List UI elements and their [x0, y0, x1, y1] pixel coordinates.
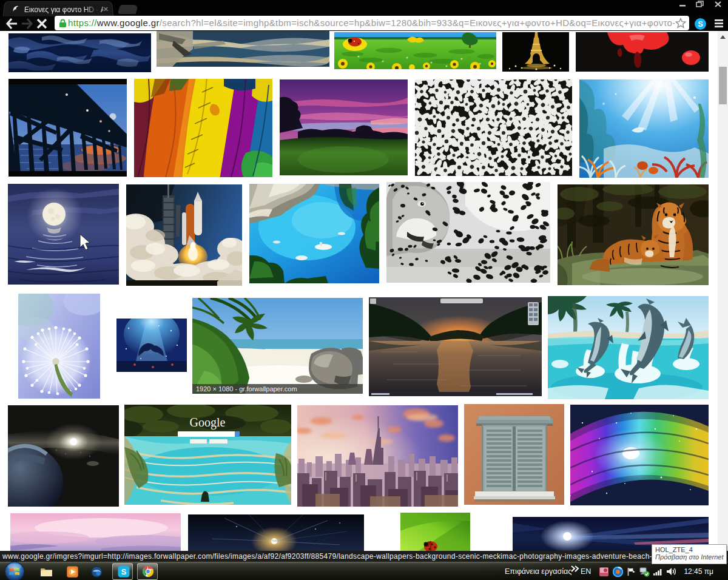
svg-text:S: S [698, 19, 703, 29]
svg-text:S: S [121, 567, 127, 576]
svg-text:1920 × 1080 - gr.forwallpaper.: 1920 × 1080 - gr.forwallpaper.com [196, 385, 297, 393]
svg-text:Google: Google [190, 416, 226, 430]
